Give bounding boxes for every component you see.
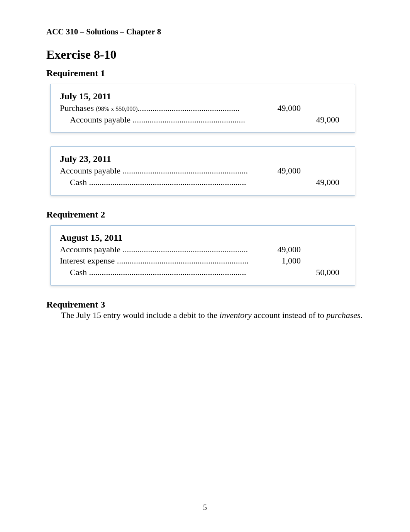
debit-amount: 1,000 — [262, 255, 301, 267]
leader-dots: ........................................… — [137, 102, 239, 114]
journal-line: Cash ...................................… — [60, 267, 339, 278]
debit-amount: 49,000 — [262, 165, 301, 177]
journal-line: Purchases (98% x $50,000)...............… — [60, 102, 339, 114]
account-name: Accounts payable .......................… — [60, 165, 262, 177]
journal-line: Interest expense .......................… — [60, 255, 339, 267]
requirement-1-heading: Requirement 1 — [46, 68, 364, 78]
leader-dots: ........................................… — [117, 255, 249, 267]
account-name: Accounts payable .......................… — [60, 114, 262, 126]
req3-purchases-word: purchases — [326, 310, 360, 320]
requirement-3-heading: Requirement 3 — [46, 299, 364, 310]
account-name: Cash ...................................… — [60, 267, 262, 278]
leader-dots: ........................................… — [123, 244, 248, 255]
req3-text-part: account instead of to — [252, 310, 327, 320]
leader-dots: ........................................… — [123, 165, 248, 177]
leader-dots: ........................................… — [89, 177, 246, 188]
page-number: 5 — [0, 503, 410, 512]
entry-date: July 23, 2011 — [60, 154, 339, 164]
account-label: Cash — [70, 267, 89, 277]
account-name: Interest expense .......................… — [60, 255, 262, 267]
account-label: Accounts payable — [70, 115, 133, 124]
page-header: ACC 310 – Solutions – Chapter 8 — [46, 27, 364, 37]
debit-amount: 49,000 — [262, 102, 301, 114]
req3-inventory-word: inventory — [220, 310, 252, 320]
requirement-2-heading: Requirement 2 — [46, 209, 364, 220]
journal-entry-box-1: July 15, 2011 Purchases (98% x $50,000).… — [50, 84, 355, 133]
account-label: Purchases — [60, 103, 96, 113]
debit-amount: 49,000 — [262, 244, 301, 255]
exercise-title: Exercise 8-10 — [46, 48, 364, 62]
req3-text-part: . — [361, 310, 363, 320]
credit-amount: 50,000 — [301, 267, 339, 278]
account-calc-note: (98% x $50,000) — [96, 105, 137, 112]
journal-line: Accounts payable .......................… — [60, 114, 339, 126]
entry-date: August 15, 2011 — [60, 233, 339, 243]
journal-line: Cash ...................................… — [60, 177, 339, 188]
entry-date: July 15, 2011 — [60, 91, 339, 102]
account-name: Accounts payable .......................… — [60, 244, 262, 255]
leader-dots: ........................................… — [133, 114, 246, 126]
credit-amount: 49,000 — [301, 114, 339, 126]
req3-text-part: The July 15 entry would include a debit … — [61, 310, 220, 320]
account-name: Purchases (98% x $50,000)...............… — [60, 102, 262, 114]
requirement-3-text: The July 15 entry would include a debit … — [46, 310, 364, 321]
credit-amount: 49,000 — [301, 177, 339, 188]
journal-entry-box-2: July 23, 2011 Accounts payable .........… — [50, 146, 355, 195]
account-label: Accounts payable — [60, 166, 123, 175]
journal-line: Accounts payable .......................… — [60, 244, 339, 255]
account-label: Interest expense — [60, 256, 117, 265]
leader-dots: ........................................… — [89, 267, 246, 278]
journal-line: Accounts payable .......................… — [60, 165, 339, 177]
account-name: Cash ...................................… — [60, 177, 262, 188]
account-label: Cash — [70, 177, 89, 187]
account-label: Accounts payable — [60, 245, 123, 254]
journal-entry-box-3: August 15, 2011 Accounts payable .......… — [50, 225, 355, 286]
